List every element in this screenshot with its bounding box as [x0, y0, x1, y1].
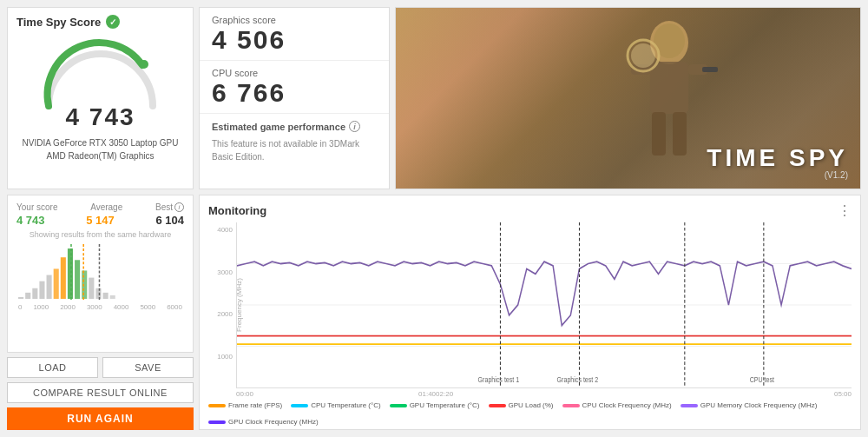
legend-row: Frame rate (FPS) CPU Temperature (°C) GP… — [208, 401, 852, 426]
compare-subtitle: Showing results from the same hardware — [16, 230, 184, 239]
monitoring-title: Monitoring — [208, 204, 266, 217]
graphics-label: Graphics score — [212, 15, 377, 25]
avg-score-value: 5 147 — [86, 214, 115, 227]
gpu1-text: NVIDIA GeForce RTX 3050 Laptop GPU — [23, 136, 179, 149]
middle-panel: Graphics score 4 506 CPU score 6 766 Est… — [199, 7, 390, 189]
legend-label-gpu-mem-clock: GPU Memory Clock Frequency (MHz) — [700, 401, 818, 409]
bottom-row: Your score Average Best i 4 743 5 147 6 … — [7, 195, 861, 430]
more-options-icon[interactable]: ⋮ — [838, 202, 852, 219]
load-button[interactable]: LOAD — [7, 357, 98, 378]
svg-rect-18 — [68, 248, 73, 299]
legend-framerate: Frame rate (FPS) — [208, 401, 282, 409]
svg-rect-13 — [32, 288, 37, 299]
svg-point-0 — [140, 60, 148, 69]
estimated-title: Estimated game performance i — [212, 121, 377, 132]
svg-rect-3 — [650, 62, 688, 114]
svg-rect-21 — [89, 278, 94, 299]
cpu-label: CPU score — [212, 68, 377, 78]
legend-gpu-clock: GPU Clock Frequency (MHz) — [208, 418, 319, 426]
btn-row: LOAD SAVE — [7, 357, 194, 378]
time-spy-title: TIME SPY — [707, 144, 848, 172]
monitoring-panel: Monitoring ⋮ 4000 3000 2000 1000 Frequen… — [199, 195, 861, 430]
legend-label-gpu-load: GPU Load (%) — [509, 401, 554, 409]
scores-compare-panel: Your score Average Best i 4 743 5 147 6 … — [7, 195, 194, 353]
graphics-score-block: Graphics score 4 506 — [200, 8, 389, 61]
check-icon: ✓ — [106, 15, 120, 29]
svg-point-10 — [631, 43, 655, 68]
top-row: Time Spy Score ✓ 4 743 NVIDIA GeForce RT… — [7, 7, 861, 189]
svg-rect-11 — [18, 297, 23, 299]
best-label: Best i — [155, 202, 184, 212]
best-score-value: 6 104 — [155, 214, 184, 227]
time-spy-title-block: TIME SPY (V1.2) — [707, 144, 848, 180]
svg-text:Graphics test 2: Graphics test 2 — [557, 376, 599, 385]
legend-cpu-clock: CPU Clock Frequency (MHz) — [562, 401, 672, 409]
svg-text:Graphics test 1: Graphics test 1 — [478, 376, 520, 385]
bottom-left: Your score Average Best i 4 743 5 147 6 … — [7, 195, 194, 430]
svg-rect-15 — [47, 275, 52, 299]
cpu-value: 6 766 — [212, 78, 377, 108]
character-svg — [617, 17, 721, 177]
legend-color-cpu-temp — [291, 404, 308, 407]
svg-rect-23 — [103, 293, 108, 299]
left-panel: Time Spy Score ✓ 4 743 NVIDIA GeForce RT… — [7, 7, 194, 189]
avg-label: Average — [90, 202, 122, 212]
gauge-svg — [31, 32, 170, 110]
estimated-block: Estimated game performance i This featur… — [200, 114, 389, 189]
x-axis: 00:00 01:40 02:20 05:00 — [236, 388, 852, 398]
legend-label-cpu-clock: CPU Clock Frequency (MHz) — [582, 401, 672, 409]
legend-label-gpu-clock: GPU Clock Frequency (MHz) — [228, 418, 319, 426]
svg-rect-6 — [702, 67, 718, 72]
right-panel: TIME SPY (V1.2) — [395, 7, 861, 189]
legend-label-framerate: Frame rate (FPS) — [228, 401, 282, 409]
legend-cpu-temp: CPU Temperature (°C) — [291, 401, 380, 409]
info-icon[interactable]: i — [349, 121, 360, 132]
legend-color-cpu-clock — [562, 404, 580, 407]
svg-rect-7 — [652, 112, 666, 156]
legend-color-gpu-mem-clock — [681, 404, 698, 407]
cpu-score-block: CPU score 6 766 — [200, 61, 389, 114]
svg-text:CPU test: CPU test — [750, 376, 775, 385]
compare-button[interactable]: COMPARE RESULT ONLINE — [7, 382, 194, 403]
graphics-value: 4 506 — [212, 25, 377, 55]
legend-color-gpu-clock — [208, 420, 226, 424]
legend-label-cpu-temp: CPU Temperature (°C) — [311, 401, 380, 409]
compare-header: Your score Average Best i — [16, 202, 184, 212]
time-spy-background: TIME SPY (V1.2) — [396, 8, 860, 189]
svg-rect-19 — [75, 260, 80, 299]
main-container: Time Spy Score ✓ 4 743 NVIDIA GeForce RT… — [0, 0, 868, 437]
svg-rect-17 — [61, 257, 66, 299]
chart-wrapper: 4000 3000 2000 1000 Frequency (MHz) — [208, 222, 852, 398]
y-axis-label: Frequency (MHz) — [235, 278, 243, 332]
legend-gpu-temp: GPU Temperature (°C) — [390, 401, 480, 409]
legend-color-gpu-load — [489, 404, 506, 407]
estimated-text: This feature is not available in 3DMark … — [212, 137, 377, 163]
histogram — [16, 242, 184, 303]
histogram-svg — [16, 242, 184, 303]
panel-title: Time Spy Score ✓ — [16, 15, 120, 29]
svg-rect-20 — [82, 270, 87, 299]
legend-gpu-mem-clock: GPU Memory Clock Frequency (MHz) — [681, 401, 818, 409]
compare-values: 4 743 5 147 6 104 — [16, 214, 184, 227]
y-axis: 4000 3000 2000 1000 — [208, 222, 236, 398]
legend-color-framerate — [208, 404, 226, 407]
title-text: Time Spy Score — [16, 16, 101, 29]
chart-svg: Graphics test 1 Graphics test 2 CPU test — [237, 222, 852, 387]
svg-rect-22 — [95, 288, 101, 299]
histogram-x: 0 1000 2000 3000 4000 5000 6000 — [16, 303, 184, 311]
gpu-info: NVIDIA GeForce RTX 3050 Laptop GPU AMD R… — [23, 136, 179, 162]
best-info-icon[interactable]: i — [174, 202, 184, 212]
run-again-button[interactable]: RUN AGAIN — [7, 407, 194, 430]
legend-color-gpu-temp — [390, 404, 407, 407]
gauge-container — [31, 32, 170, 110]
svg-rect-12 — [25, 293, 30, 299]
gpu2-text: AMD Radeon(TM) Graphics — [23, 149, 179, 162]
legend-gpu-load: GPU Load (%) — [489, 401, 554, 409]
chart-inner: Frequency (MHz) — [236, 222, 852, 398]
save-button[interactable]: SAVE — [102, 357, 194, 378]
legend-label-gpu-temp: GPU Temperature (°C) — [410, 401, 480, 409]
svg-rect-8 — [673, 112, 687, 156]
estimated-label: Estimated game performance — [212, 122, 345, 132]
svg-rect-14 — [39, 281, 44, 299]
svg-rect-24 — [110, 295, 115, 299]
